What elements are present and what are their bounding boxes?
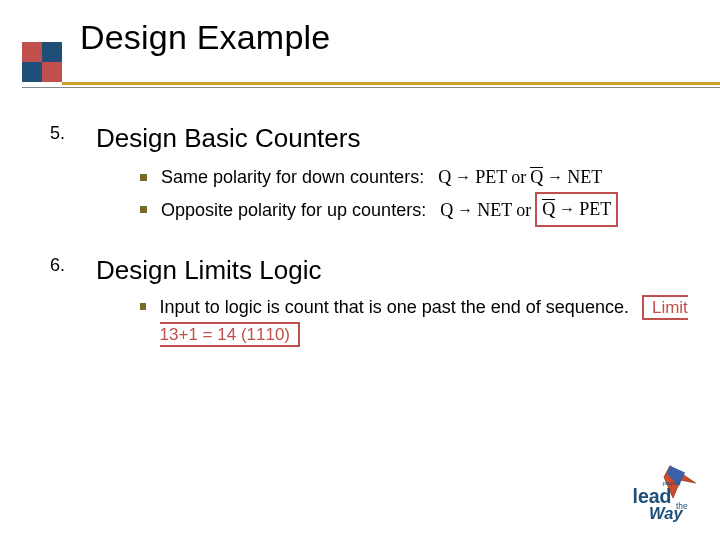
sym-qbar: Q bbox=[542, 200, 555, 218]
sym-pet: PET bbox=[579, 194, 611, 224]
arrow-icon: → bbox=[559, 194, 575, 224]
sym-net: NET bbox=[477, 195, 512, 225]
arrow-icon: → bbox=[457, 195, 473, 225]
header-square-icon bbox=[22, 42, 64, 84]
logo-way: Way bbox=[649, 504, 683, 522]
sub-item: Opposite polarity for up counters: Q → N… bbox=[140, 192, 698, 227]
list-item: 6. Design Limits Logic bbox=[50, 255, 698, 286]
sub-text: Same polarity for down counters: bbox=[161, 162, 424, 192]
sub-item: Same polarity for down counters: Q → PET… bbox=[140, 162, 698, 192]
item-heading: Design Basic Counters bbox=[96, 123, 360, 154]
item-number: 5. bbox=[50, 123, 96, 154]
list-item: 5. Design Basic Counters bbox=[50, 123, 698, 154]
sub-text: Input to logic is count that is one past… bbox=[160, 294, 698, 348]
arrow-icon: → bbox=[547, 162, 563, 192]
bullet-icon bbox=[140, 174, 147, 181]
pltw-icon: project lead the Way bbox=[626, 462, 702, 522]
bullet-icon bbox=[140, 206, 147, 213]
logo-main: lead bbox=[633, 485, 672, 507]
item-heading: Design Limits Logic bbox=[96, 255, 321, 286]
sub-text: Opposite polarity for up counters: bbox=[161, 195, 426, 225]
slide-header: Design Example bbox=[0, 0, 720, 57]
title-underline bbox=[62, 82, 720, 85]
title-underline-thin bbox=[22, 87, 720, 88]
slide-title: Design Example bbox=[80, 18, 720, 57]
sym-or: or bbox=[516, 195, 531, 225]
sub-text-content: Input to logic is count that is one past… bbox=[160, 297, 629, 317]
slide-body: 5. Design Basic Counters Same polarity f… bbox=[0, 57, 720, 348]
highlight-box: Q → PET bbox=[535, 192, 618, 227]
footer-logo: project lead the Way bbox=[626, 462, 702, 526]
sym-pet: PET bbox=[475, 162, 507, 192]
arrow-icon: → bbox=[455, 162, 471, 192]
sym-q: Q bbox=[440, 195, 453, 225]
sym-qbar: Q bbox=[530, 168, 543, 186]
sym-net: NET bbox=[567, 162, 602, 192]
formula: Q → NET or Q → PET bbox=[440, 192, 618, 227]
sym-q: Q bbox=[438, 162, 451, 192]
sub-item: Input to logic is count that is one past… bbox=[140, 294, 698, 348]
bullet-icon bbox=[140, 303, 146, 310]
item-number: 6. bbox=[50, 255, 96, 286]
formula: Q → PET or Q → NET bbox=[438, 162, 602, 192]
sym-or: or bbox=[511, 162, 526, 192]
